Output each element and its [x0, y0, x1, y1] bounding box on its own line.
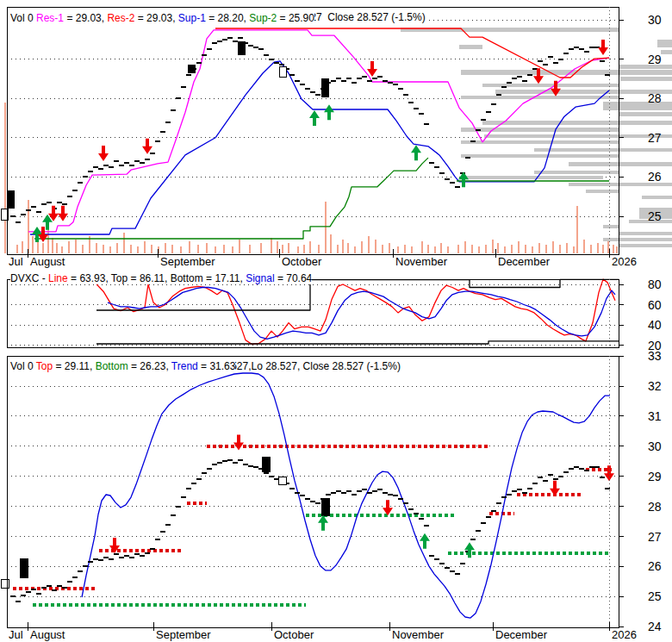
volume-bar: [583, 240, 585, 253]
top-panel-y-label: 29: [648, 53, 662, 66]
bottom-panel-month-label: Jul: [9, 629, 23, 640]
bottom-panel-y-label: 32: [648, 379, 662, 393]
candle-filled: [263, 457, 271, 471]
volume-profile-bar: [461, 154, 619, 158]
bottom-legend-segment: Vol 0: [10, 360, 36, 372]
price-dash: [507, 494, 512, 496]
top-panel-month-label: 2026: [612, 256, 637, 267]
price-dash: [383, 492, 388, 494]
price-dash: [16, 221, 21, 223]
price-dash: [119, 165, 124, 166]
volume-profile-bar: [461, 96, 619, 99]
signal-arrow-down: [551, 81, 561, 97]
charting-app: DVXC - Daily 2026-01-02 Open 28.527 High…: [0, 0, 672, 642]
bottom-legend-segment: Trend: [171, 360, 198, 372]
price-dash: [491, 103, 496, 105]
price-dash: [538, 60, 543, 62]
signal-arrow-up: [420, 533, 430, 549]
price-dash: [134, 553, 140, 555]
series-sup-1: [30, 61, 609, 234]
volume-bar: [497, 243, 499, 253]
price-dash: [460, 563, 465, 564]
top-panel-month-label: September: [160, 256, 215, 267]
volume-bar: [613, 245, 614, 253]
volume-profile-bar: [657, 40, 672, 47]
price-dash: [527, 488, 532, 489]
bottom-panel-month-label: December: [495, 629, 547, 640]
top-legend-segment: = 28.20,: [206, 12, 249, 24]
signal-arrow-up: [458, 171, 469, 187]
price-dash: [553, 62, 558, 64]
volume-bar: [4, 103, 6, 253]
signal-arrow-down: [383, 500, 393, 515]
volume-bar: [42, 243, 44, 253]
volume-bar: [440, 243, 442, 253]
signal-arrow-up: [464, 542, 475, 558]
bottom-panel-month-label: November: [392, 629, 444, 640]
price-dash: [109, 166, 114, 168]
price-dash: [103, 557, 109, 558]
price-dash: [481, 522, 486, 524]
price-dash: [217, 462, 222, 464]
price-dash: [47, 202, 52, 203]
candle-filled: [321, 78, 328, 97]
price-dash: [315, 94, 320, 96]
volume-bar: [325, 202, 327, 253]
price-dash: [124, 162, 129, 164]
volume-profile-bar: [619, 244, 672, 247]
price-dash: [269, 476, 274, 477]
volume-bar: [277, 241, 278, 253]
volume-bar: [123, 233, 125, 253]
volume-bar: [511, 245, 513, 253]
chart-canvas[interactable]: [0, 0, 672, 642]
price-dash: [196, 62, 202, 64]
price-dash: [129, 557, 134, 558]
volume-bar: [434, 246, 436, 253]
volume-bar: [116, 243, 118, 253]
price-dash: [119, 557, 124, 558]
price-dash: [233, 41, 238, 42]
price-dash: [408, 102, 414, 103]
volume-bar: [411, 246, 413, 253]
price-dash: [253, 47, 258, 48]
series-line: [95, 279, 615, 344]
price-dash: [264, 472, 269, 474]
bottom-panel-y-label: 25: [648, 589, 662, 603]
volume-profile-bar: [534, 148, 672, 152]
volume-bar: [52, 238, 53, 253]
top-legend-segment: = 29.03,: [64, 12, 107, 24]
volume-bar: [576, 206, 578, 253]
volume-bar: [421, 241, 423, 253]
bottom-legend-segment: Bottom: [96, 360, 128, 372]
volume-bar: [28, 200, 29, 253]
price-dash: [150, 548, 155, 550]
price-dash: [300, 495, 305, 496]
volume-bar: [464, 241, 466, 253]
price-dash: [501, 86, 507, 88]
price-dash: [341, 80, 346, 82]
price-dash: [414, 513, 419, 514]
price-dash: [160, 131, 165, 133]
price-dash: [341, 492, 346, 494]
volume-bar: [288, 243, 289, 253]
bottom-legend-segment: = 31.63: [198, 360, 236, 372]
price-dash: [88, 171, 93, 172]
price-dash: [393, 84, 398, 85]
price-dash: [186, 74, 191, 76]
price-dash: [207, 48, 212, 50]
price-dash: [78, 182, 83, 184]
price-dash: [455, 573, 460, 575]
volume-bar: [318, 245, 320, 253]
price-dash: [331, 492, 336, 494]
top-panel-y-label: 27: [648, 131, 662, 145]
panel-border-bot: [7, 356, 619, 627]
volume-profile-bar: [461, 70, 672, 75]
volume-profile-bar: [661, 50, 672, 54]
price-dash: [450, 570, 455, 572]
price-dash: [109, 558, 114, 560]
volume-bar: [382, 245, 383, 253]
volume-bar: [137, 246, 139, 253]
series-signal: [108, 288, 615, 340]
price-dash: [114, 160, 119, 162]
price-dash: [574, 47, 579, 48]
